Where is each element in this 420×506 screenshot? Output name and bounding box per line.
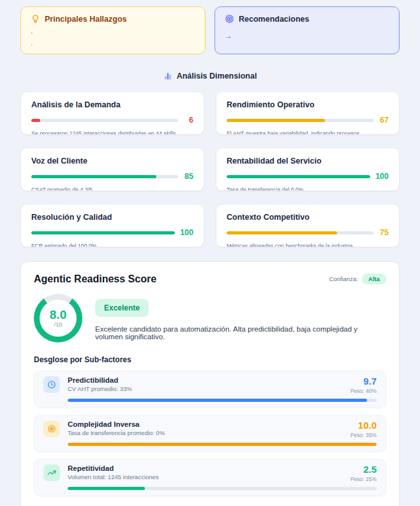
dimension-score: 75 — [379, 228, 389, 237]
subfactor-row: Predictibilidad CV AHT promedio: 33% 9.7… — [34, 371, 386, 408]
subfactor-row: Repetitividad Volumen total: 1245 intera… — [34, 459, 386, 496]
dimension-title: Análisis de la Demanda — [31, 100, 193, 109]
recommendation-arrow: → — [225, 31, 389, 40]
confidence-label: Confianza: — [329, 275, 358, 282]
dimension-progress-fill — [227, 175, 370, 178]
agentic-readiness-card: Agentic Readiness Score Confianza: Alta … — [20, 261, 400, 506]
breakdown-title: Desglose por Sub-factores — [34, 355, 386, 364]
dimension-description: Tasa de transferencia del 0.0%. — [227, 187, 389, 191]
dimension-progress-track — [227, 231, 373, 234]
dimension-title: Rendimiento Operativo — [227, 100, 389, 109]
dimension-score: 67 — [379, 116, 389, 125]
readiness-score: 8.0 — [50, 309, 66, 321]
subfactor-weight: Peso: 35% — [350, 432, 377, 438]
dimension-progress-track — [31, 175, 178, 178]
report-page: Principales Hallazgos ·· Recomendaciones… — [0, 0, 420, 506]
dimension-progress-track — [31, 231, 175, 234]
dimension-progress-track — [227, 119, 373, 122]
dimension-description: Métricas alineadas con benchmarks de la … — [227, 243, 389, 247]
subfactor-value: 9.7 — [350, 376, 377, 386]
dimension-title: Contexto Competitivo — [227, 213, 389, 222]
dimension-title: Resolución y Calidad — [31, 213, 193, 222]
bullseye-icon — [225, 14, 234, 24]
readiness-score-max: /10 — [54, 321, 63, 328]
dimension-score: 6 — [183, 116, 193, 125]
trend-up-icon — [43, 464, 60, 481]
dimension-card: Rentabilidad del Servicio 100 Tasa de tr… — [216, 148, 400, 191]
subfactor-name: Complejidad Inversa — [68, 420, 350, 428]
subfactor-progress-fill — [68, 487, 145, 490]
subfactor-list: Predictibilidad CV AHT promedio: 33% 9.7… — [34, 371, 386, 496]
readiness-description: Excelente candidato para automatización.… — [95, 325, 386, 341]
dimension-score: 100 — [180, 228, 193, 237]
dimension-description: Se procesaron 1245 interacciones distrib… — [31, 130, 193, 135]
dimension-description: CSAT promedio de 4.3/5. — [31, 187, 193, 191]
dimension-progress-fill — [227, 119, 325, 122]
dimension-progress-track — [227, 175, 370, 178]
subfactor-row: Complejidad Inversa Tasa de transferenci… — [34, 415, 386, 452]
subfactor-name: Repetitividad — [68, 464, 350, 472]
dimension-score: 85 — [183, 172, 193, 181]
dimension-title: Rentabilidad del Servicio — [227, 157, 389, 165]
lightbulb-icon — [31, 14, 40, 24]
summary-row: Principales Hallazgos ·· Recomendaciones… — [20, 6, 400, 54]
section-title: Análisis Dimensional — [177, 72, 257, 80]
finding-bullet: · — [31, 29, 195, 36]
dimension-progress-fill — [31, 231, 175, 234]
dimension-description: El AHT muestra baja variabilidad, indica… — [227, 130, 389, 135]
dimension-card: Rendimiento Operativo 67 El AHT muestra … — [216, 91, 400, 135]
subfactor-detail: CV AHT promedio: 33% — [68, 385, 350, 392]
dimension-card: Voz del Cliente 85 CSAT promedio de 4.3/… — [20, 148, 204, 191]
finding-bullet: · — [31, 42, 195, 48]
subfactor-name: Predictibilidad — [68, 376, 350, 384]
subfactor-value: 2.5 — [350, 464, 377, 474]
subfactor-progress-track — [68, 443, 377, 446]
confidence-indicator: Confianza: Alta — [329, 273, 386, 284]
subfactor-detail: Volumen total: 1245 interacciones — [68, 473, 350, 480]
dimension-progress-fill — [227, 231, 337, 234]
rating-badge: Excelente — [95, 299, 149, 317]
findings-title: Principales Hallazgos — [45, 15, 127, 24]
subfactor-progress-track — [68, 399, 377, 402]
readiness-gauge: 8.0 /10 — [34, 294, 82, 342]
dimension-grid: Análisis de la Demanda 6 Se procesaron 1… — [20, 91, 400, 247]
target-icon — [43, 420, 60, 437]
subfactor-progress-fill — [68, 399, 367, 402]
dimension-card: Resolución y Calidad 100 FCR estimado de… — [20, 204, 204, 247]
subfactor-weight: Peso: 40% — [350, 388, 377, 394]
findings-card: Principales Hallazgos ·· — [20, 6, 206, 54]
dimension-description: FCR estimado del 100.0%. — [31, 243, 193, 247]
dimension-title: Voz del Cliente — [31, 157, 193, 165]
dimensional-analysis-header: Análisis Dimensional — [20, 72, 400, 80]
confidence-badge: Alta — [362, 273, 386, 284]
agentic-title: Agentic Readiness Score — [34, 273, 156, 285]
dimension-progress-fill — [31, 175, 156, 178]
subfactor-weight: Peso: 25% — [350, 476, 377, 482]
subfactor-detail: Tasa de transferencia promedio: 0% — [68, 429, 350, 436]
dimension-card: Contexto Competitivo 75 Métricas alinead… — [216, 204, 400, 247]
recommendations-title: Recomendaciones — [239, 15, 309, 24]
subfactor-value: 10.0 — [350, 420, 377, 430]
findings-list: ·· — [31, 29, 195, 48]
subfactor-progress-track — [68, 487, 377, 490]
dimension-score: 100 — [375, 172, 389, 181]
dimension-progress-fill — [31, 119, 40, 122]
bar-chart-icon — [163, 72, 172, 80]
dimension-card: Análisis de la Demanda 6 Se procesaron 1… — [20, 91, 204, 135]
recommendations-card: Recomendaciones → — [214, 6, 400, 54]
subfactor-progress-fill — [68, 443, 377, 446]
clock-icon — [43, 376, 60, 393]
dimension-progress-track — [31, 119, 178, 122]
